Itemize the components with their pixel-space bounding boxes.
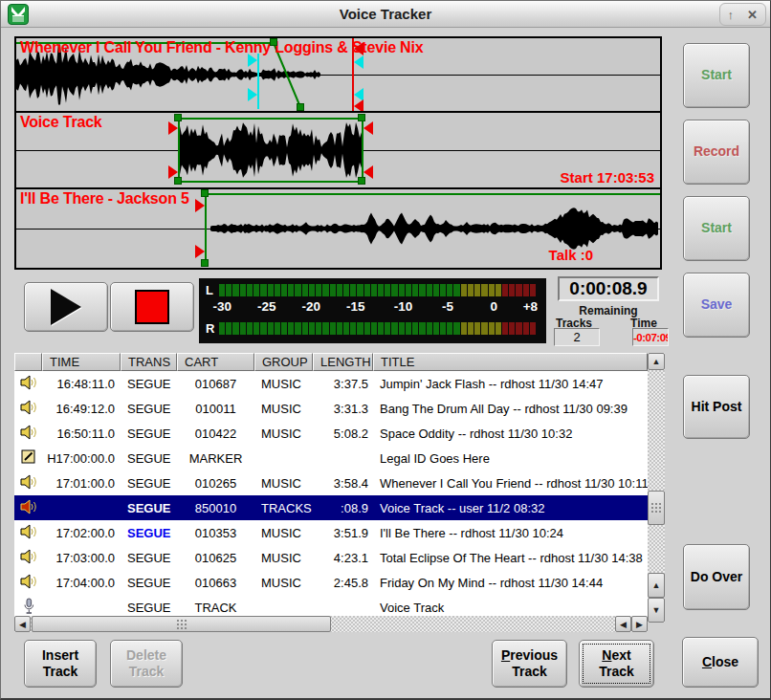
column-header-time[interactable]: TIME (42, 353, 121, 371)
track-2-title: Voice Track (20, 114, 102, 131)
left-meter-bar (219, 284, 537, 296)
voice-track-handle[interactable] (174, 114, 182, 121)
log-row[interactable]: SEGUETRACKVoice Track (14, 595, 648, 616)
cell-icon (14, 425, 42, 443)
meter-segment (219, 322, 225, 335)
log-row[interactable]: 16:49:12.0SEGUE010011MUSIC3:31.3Bang The… (14, 396, 648, 421)
vertical-scroll-thumb[interactable] (648, 491, 665, 525)
voice-end-handle[interactable] (363, 165, 373, 179)
segue-end-handle[interactable] (354, 55, 363, 69)
shade-icon[interactable]: ↑ (728, 8, 735, 22)
voice-track-handle[interactable] (358, 114, 365, 121)
voice-start-handle[interactable] (168, 121, 178, 135)
next-start-handle[interactable] (195, 245, 205, 258)
track-end-handle[interactable] (354, 99, 363, 111)
log-row[interactable]: H17:00:00.0SEGUEMARKERLegal ID Goes Here (14, 446, 648, 470)
segue-marker-handle[interactable] (248, 54, 257, 67)
meter-segment (316, 284, 321, 296)
column-header-length[interactable]: LENGTH (313, 353, 373, 371)
column-header-trans[interactable]: TRANS (121, 353, 177, 371)
meter-segment (461, 322, 467, 335)
log-row[interactable]: 16:50:11.0SEGUE010422MUSIC5:08.2Space Od… (14, 421, 648, 446)
log-row[interactable]: 17:02:00.0SEGUE010353MUSIC3:51.9I'll Be … (14, 520, 648, 545)
meter-segment (330, 284, 336, 296)
meter-segment (371, 322, 377, 335)
meter-scale-tick: -30 (213, 299, 232, 314)
voice-track-box-bottom (178, 181, 363, 183)
cell-title: Total Eclipse Of The Heart -- rdhost 11/… (373, 551, 648, 565)
next-level-line (205, 193, 660, 195)
hit-post-button[interactable]: Hit Post (683, 375, 750, 439)
meter-segment (309, 322, 315, 335)
column-header-group[interactable]: GROUP (254, 353, 313, 371)
speaker-icon (14, 375, 42, 390)
cell-title: Voice Track -- user 11/2 08:32 (373, 501, 648, 515)
track-1-waveform-area[interactable]: Whenever I Call You Friend - Kenny Loggi… (16, 38, 660, 111)
stop-button[interactable] (110, 282, 194, 332)
fade-handle[interactable] (270, 38, 277, 46)
next-start-handle[interactable] (201, 259, 209, 267)
cell-trans: SEGUE (121, 501, 177, 515)
column-header-title[interactable]: TITLE (373, 353, 648, 371)
meter-segment (253, 322, 259, 335)
voice-start-handle[interactable] (168, 165, 178, 179)
meter-scale-tick: 0 (490, 299, 497, 314)
track-end-handle[interactable] (354, 42, 363, 55)
horizontal-scrollbar[interactable]: ◀ ◀ ▶ (14, 616, 648, 632)
cell-length: :08.9 (313, 501, 373, 515)
vertical-scrollbar[interactable]: ▲ ▲ ▼ (648, 353, 665, 623)
scroll-up-button-bottom[interactable]: ▲ (648, 573, 665, 598)
scroll-right-button[interactable]: ▶ (631, 616, 648, 632)
close-icon[interactable]: ✕ (747, 8, 758, 22)
next-start-handle[interactable] (201, 189, 209, 197)
scroll-left-button[interactable]: ◀ (14, 616, 31, 632)
close-button[interactable]: Close (682, 637, 759, 688)
cell-cart: 010422 (177, 427, 254, 441)
meter-segment (433, 322, 439, 335)
cell-time: 17:02:00.0 (42, 526, 121, 540)
cell-trans: SEGUE (121, 476, 177, 491)
mic-icon (14, 598, 42, 615)
log-row[interactable]: SEGUE850010TRACKS:08.9Voice Track -- use… (14, 495, 648, 520)
meter-segment (302, 322, 308, 335)
column-header-icon[interactable] (14, 353, 42, 371)
next-track-button[interactable]: Next Track (579, 640, 654, 688)
right-channel-label: R (206, 321, 214, 336)
cell-title: Legal ID Goes Here (373, 451, 648, 466)
cell-length: 2:45.8 (313, 576, 373, 590)
cell-time: 16:49:12.0 (42, 402, 121, 416)
meter-segment (281, 284, 287, 296)
column-header-cart[interactable]: CART (177, 353, 254, 371)
meter-segment (496, 284, 501, 296)
log-row[interactable]: 16:48:11.0SEGUE010687MUSIC3:37.5Jumpin' … (14, 371, 648, 396)
cell-time: 17:03:00.0 (42, 551, 121, 565)
scroll-down-button[interactable]: ▼ (648, 598, 665, 623)
insert-track-button[interactable]: Insert Track (24, 640, 97, 688)
fade-handle[interactable] (297, 103, 304, 111)
track-3-waveform-area[interactable]: I'll Be There - Jackson 5 Talk :0 (16, 189, 660, 268)
meter-segment (530, 322, 536, 335)
do-over-button[interactable]: Do Over (683, 544, 750, 610)
meter-segment (496, 322, 501, 335)
horizontal-scroll-thumb[interactable] (32, 616, 331, 632)
cell-cart: TRACK (177, 601, 254, 615)
previous-track-button[interactable]: Previous Track (492, 640, 567, 688)
next-start-handle[interactable] (195, 199, 205, 212)
voice-end-handle[interactable] (363, 121, 373, 135)
log-row[interactable]: 17:01:00.0SEGUE010265MUSIC3:58.4Whenever… (14, 470, 648, 495)
meter-segment (481, 284, 487, 296)
scroll-up-button[interactable]: ▲ (648, 353, 665, 370)
meter-segment (427, 284, 432, 296)
cell-trans: SEGUE (121, 601, 177, 615)
cell-trans: SEGUE (121, 377, 177, 391)
cell-icon (14, 449, 42, 468)
speaker-red-icon (14, 499, 42, 514)
cell-icon (14, 549, 42, 567)
log-row[interactable]: 17:03:00.0SEGUE010625MUSIC4:23.1Total Ec… (14, 545, 648, 570)
log-row[interactable]: 17:04:00.0SEGUE010663MUSIC2:45.8Friday O… (14, 570, 648, 595)
previous-track-label: Previous (501, 647, 558, 665)
scroll-left-button-right[interactable]: ◀ (615, 616, 631, 632)
track-2-waveform-area[interactable]: Voice Track Start 17:03:53 (16, 113, 660, 187)
segue-marker-handle[interactable] (248, 88, 257, 101)
play-button[interactable] (24, 282, 108, 332)
